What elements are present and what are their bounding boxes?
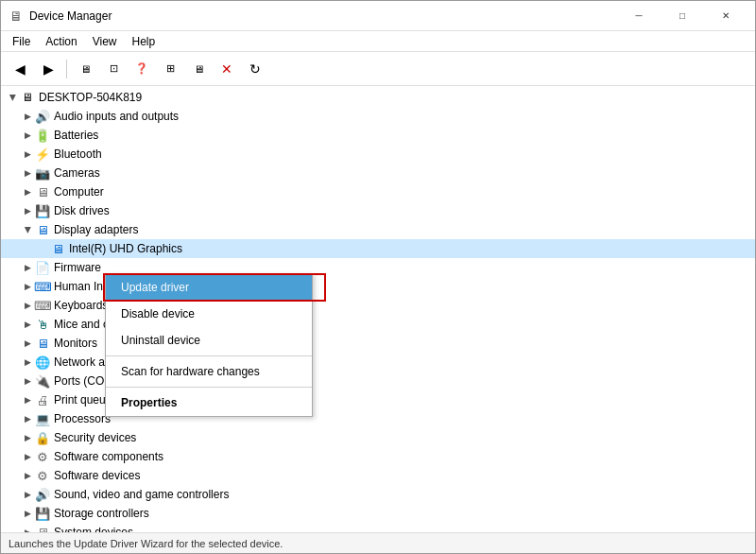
audio-expand[interactable]: ▶ (20, 109, 35, 124)
monitors-label: Monitors (54, 337, 97, 350)
firmware-label: Firmware (54, 261, 101, 274)
tree-item-softwarecomp[interactable]: ▶ ⚙ Software components (1, 447, 755, 466)
device-icon-button[interactable]: 🖥 (185, 56, 212, 82)
batteries-label: Batteries (54, 129, 98, 142)
device-tree[interactable]: ▶ 🖥 DESKTOP-504K819 ▶ 🔊 Audio inputs and… (1, 86, 755, 532)
scan-button[interactable]: ⊞ (157, 56, 183, 82)
properties-button[interactable]: 🖥 (72, 56, 98, 82)
intel-uhd-label: Intel(R) UHD Graphics (69, 242, 182, 255)
close-button[interactable]: ✕ (704, 1, 747, 31)
softwaredev-icon: ⚙ (35, 468, 50, 483)
audio-icon: 🔊 (35, 109, 50, 124)
firmware-icon: 📄 (35, 260, 50, 275)
storage-icon: 💾 (35, 506, 50, 521)
softwarecomp-expand[interactable]: ▶ (20, 449, 35, 464)
cameras-label: Cameras (54, 166, 100, 180)
mice-expand[interactable]: ▶ (20, 317, 35, 332)
title-bar: 🖥 Device Manager ─ □ ✕ (1, 1, 755, 31)
root-expand[interactable]: ▶ (5, 90, 20, 105)
network-expand[interactable]: ▶ (20, 355, 35, 370)
menu-bar: File Action View Help (1, 31, 755, 52)
softwaredev-expand[interactable]: ▶ (20, 468, 35, 483)
softwarecomp-label: Software components (54, 450, 163, 463)
keyboards-icon: ⌨ (35, 298, 50, 313)
tree-item-audio[interactable]: ▶ 🔊 Audio inputs and outputs (1, 107, 755, 126)
minimize-button[interactable]: ─ (617, 1, 661, 31)
computer-expand[interactable]: ▶ (20, 184, 35, 199)
menu-action[interactable]: Action (38, 31, 84, 52)
ports-icon: 🔌 (35, 373, 50, 389)
cameras-icon: 📷 (35, 165, 50, 181)
window-title: Device Manager (29, 9, 617, 23)
tree-item-softwaredev[interactable]: ▶ ⚙ Software devices (1, 466, 755, 485)
diskdrives-icon: 💾 (35, 203, 50, 218)
keyboards-label: Keyboards (54, 299, 108, 312)
tree-item-storage[interactable]: ▶ 💾 Storage controllers (1, 504, 755, 523)
root-icon: 🖥 (20, 90, 35, 105)
tree-item-security[interactable]: ▶ 🔒 Security devices (1, 428, 755, 447)
print-expand[interactable]: ▶ (20, 392, 35, 407)
storage-label: Storage controllers (54, 507, 149, 520)
refresh-button[interactable]: ↻ (242, 56, 268, 82)
menu-help[interactable]: Help (125, 31, 163, 52)
window-icon: 🖥 (9, 9, 24, 24)
security-label: Security devices (54, 431, 136, 444)
menu-view[interactable]: View (85, 31, 125, 52)
sound-label: Sound, video and game controllers (54, 488, 229, 501)
system-expand[interactable]: ▶ (20, 525, 35, 532)
print-icon: 🖨 (35, 392, 50, 407)
network-icon: 🌐 (35, 355, 50, 370)
storage-expand[interactable]: ▶ (20, 506, 35, 521)
back-button[interactable]: ◀ (7, 56, 33, 82)
ctx-uninstall-device[interactable]: Uninstall device (106, 327, 312, 354)
tree-item-sound[interactable]: ▶ 🔊 Sound, video and game controllers (1, 485, 755, 504)
tree-item-batteries[interactable]: ▶ 🔋 Batteries (1, 126, 755, 145)
processors-icon: 💻 (35, 411, 50, 426)
root-label: DESKTOP-504K819 (39, 91, 142, 104)
ports-expand[interactable]: ▶ (20, 373, 35, 389)
security-expand[interactable]: ▶ (20, 430, 35, 445)
sound-expand[interactable]: ▶ (20, 487, 35, 502)
device-manager-window: 🖥 Device Manager ─ □ ✕ File Action View … (0, 0, 756, 554)
monitors-expand[interactable]: ▶ (20, 336, 35, 351)
firmware-expand[interactable]: ▶ (20, 260, 35, 275)
tree-item-intel-uhd[interactable]: 🖥 Intel(R) UHD Graphics (1, 239, 755, 258)
tree-root[interactable]: ▶ 🖥 DESKTOP-504K819 (1, 88, 755, 107)
mice-icon: 🖱 (35, 317, 50, 332)
tree-item-cameras[interactable]: ▶ 📷 Cameras (1, 164, 755, 182)
ctx-properties[interactable]: Properties (106, 390, 312, 416)
batteries-expand[interactable]: ▶ (20, 128, 35, 143)
diskdrives-expand[interactable]: ▶ (20, 203, 35, 218)
ctx-update-driver[interactable]: Update driver (106, 274, 312, 301)
toolbar: ◀ ▶ 🖥 ⊡ ❓ ⊞ 🖥 ✕ ↻ (1, 52, 755, 86)
hid-icon: ⌨ (35, 279, 50, 294)
display-adapters-expand[interactable]: ▶ (20, 222, 35, 237)
processors-expand[interactable]: ▶ (20, 411, 35, 426)
tree-item-display-adapters[interactable]: ▶ 🖥 Display adapters (1, 220, 755, 239)
sound-icon: 🔊 (35, 487, 50, 502)
uninstall-button[interactable]: ✕ (214, 56, 240, 82)
window-controls: ─ □ ✕ (617, 1, 747, 31)
bluetooth-expand[interactable]: ▶ (20, 147, 35, 162)
tree-item-diskdrives[interactable]: ▶ 💾 Disk drives (1, 201, 755, 220)
display-adapters-icon: 🖥 (35, 222, 50, 237)
help-button[interactable]: ❓ (129, 56, 155, 82)
softwaredev-label: Software devices (54, 469, 140, 482)
intel-uhd-icon: 🖥 (50, 241, 65, 256)
computer-label: Computer (54, 185, 104, 199)
bluetooth-icon: ⚡ (35, 147, 50, 162)
softwarecomp-icon: ⚙ (35, 449, 50, 464)
update-driver-button[interactable]: ⊡ (100, 56, 127, 82)
maximize-button[interactable]: □ (661, 1, 704, 31)
tree-item-computer[interactable]: ▶ 🖥 Computer (1, 182, 755, 201)
ctx-disable-device[interactable]: Disable device (106, 301, 312, 327)
tree-item-bluetooth[interactable]: ▶ ⚡ Bluetooth (1, 145, 755, 164)
display-adapters-label: Display adapters (54, 223, 138, 236)
tree-item-system[interactable]: ▶ 🖥 System devices (1, 523, 755, 532)
cameras-expand[interactable]: ▶ (20, 165, 35, 181)
forward-button[interactable]: ▶ (35, 56, 61, 82)
audio-label: Audio inputs and outputs (54, 110, 179, 123)
menu-file[interactable]: File (5, 31, 38, 52)
ctx-scan-hardware[interactable]: Scan for hardware changes (106, 358, 312, 385)
batteries-icon: 🔋 (35, 128, 50, 143)
